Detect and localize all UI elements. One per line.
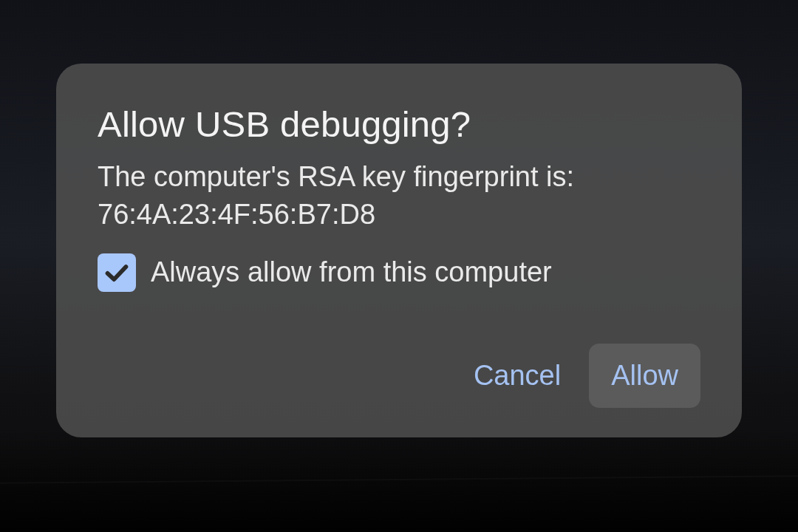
check-icon	[102, 258, 132, 287]
dialog-button-row: Cancel Allow	[98, 344, 700, 408]
cancel-button[interactable]: Cancel	[451, 344, 583, 408]
dialog-message-line1: The computer's RSA key fingerprint is:	[98, 161, 574, 192]
always-allow-row[interactable]: Always allow from this computer	[98, 253, 700, 292]
always-allow-label: Always allow from this computer	[151, 256, 552, 288]
always-allow-checkbox[interactable]	[98, 253, 136, 292]
dialog-title: Allow USB debugging?	[98, 103, 700, 145]
usb-debugging-dialog: Allow USB debugging? The computer's RSA …	[56, 64, 742, 437]
dialog-message: The computer's RSA key fingerprint is: 7…	[98, 158, 700, 234]
allow-button[interactable]: Allow	[589, 344, 700, 408]
dialog-message-line2: 76:4A:23:4F:56:B7:D8	[98, 199, 375, 230]
